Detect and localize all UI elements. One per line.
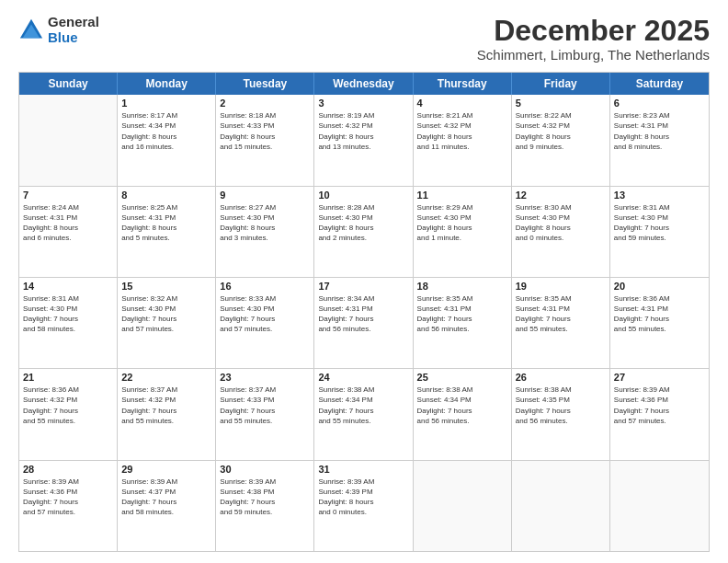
calendar-header-cell: Sunday	[19, 73, 118, 95]
day-number: 17	[318, 281, 408, 292]
calendar-cell: 29Sunrise: 8:39 AMSunset: 4:37 PMDayligh…	[118, 461, 216, 551]
calendar-header-cell: Thursday	[414, 73, 512, 95]
day-number: 10	[318, 190, 408, 201]
day-info: Sunrise: 8:36 AMSunset: 4:31 PMDaylight:…	[614, 293, 705, 335]
calendar-cell: 7Sunrise: 8:24 AMSunset: 4:31 PMDaylight…	[19, 187, 118, 277]
day-number: 30	[220, 464, 310, 475]
day-info: Sunrise: 8:27 AMSunset: 4:30 PMDaylight:…	[220, 202, 310, 244]
logo-text: General Blue	[48, 15, 99, 45]
calendar-cell: 11Sunrise: 8:29 AMSunset: 4:30 PMDayligh…	[414, 187, 512, 277]
day-number: 4	[417, 98, 507, 109]
calendar-cell	[512, 461, 610, 551]
calendar-cell: 14Sunrise: 8:31 AMSunset: 4:30 PMDayligh…	[19, 278, 118, 368]
day-info: Sunrise: 8:39 AMSunset: 4:37 PMDaylight:…	[121, 477, 211, 518]
day-info: Sunrise: 8:38 AMSunset: 4:35 PMDaylight:…	[516, 385, 606, 426]
calendar-cell: 12Sunrise: 8:30 AMSunset: 4:30 PMDayligh…	[512, 187, 610, 277]
day-number: 12	[516, 190, 606, 201]
day-number: 23	[220, 372, 310, 383]
calendar-cell	[19, 95, 118, 185]
calendar-week: 7Sunrise: 8:24 AMSunset: 4:31 PMDaylight…	[19, 187, 709, 278]
calendar-header-cell: Monday	[118, 73, 216, 95]
day-info: Sunrise: 8:39 AMSunset: 4:36 PMDaylight:…	[23, 477, 113, 518]
day-info: Sunrise: 8:35 AMSunset: 4:31 PMDaylight:…	[516, 293, 606, 335]
page: General Blue December 2025 Schimmert, Li…	[0, 0, 728, 563]
day-number: 25	[417, 372, 507, 383]
day-info: Sunrise: 8:36 AMSunset: 4:32 PMDaylight:…	[23, 385, 113, 426]
day-info: Sunrise: 8:19 AMSunset: 4:32 PMDaylight:…	[318, 110, 408, 152]
calendar-week: 14Sunrise: 8:31 AMSunset: 4:30 PMDayligh…	[19, 278, 709, 369]
calendar-cell: 8Sunrise: 8:25 AMSunset: 4:31 PMDaylight…	[118, 187, 216, 277]
calendar-header-cell: Wednesday	[314, 73, 413, 95]
logo: General Blue	[18, 15, 99, 45]
calendar-header-cell: Friday	[512, 73, 610, 95]
title-block: December 2025 Schimmert, Limburg, The Ne…	[477, 15, 710, 63]
day-info: Sunrise: 8:31 AMSunset: 4:30 PMDaylight:…	[23, 293, 113, 335]
calendar-cell: 24Sunrise: 8:38 AMSunset: 4:34 PMDayligh…	[314, 369, 413, 459]
day-info: Sunrise: 8:33 AMSunset: 4:30 PMDaylight:…	[220, 293, 310, 335]
day-number: 20	[614, 281, 705, 292]
day-info: Sunrise: 8:32 AMSunset: 4:30 PMDaylight:…	[121, 293, 211, 335]
calendar-cell: 17Sunrise: 8:34 AMSunset: 4:31 PMDayligh…	[314, 278, 413, 368]
main-title: December 2025	[477, 15, 710, 47]
logo-icon	[18, 17, 44, 43]
day-number: 6	[614, 98, 705, 109]
day-number: 27	[614, 372, 705, 383]
calendar-cell	[414, 461, 512, 551]
calendar-cell: 22Sunrise: 8:37 AMSunset: 4:32 PMDayligh…	[118, 369, 216, 459]
day-number: 3	[318, 98, 408, 109]
day-number: 24	[318, 372, 408, 383]
day-info: Sunrise: 8:21 AMSunset: 4:32 PMDaylight:…	[417, 110, 507, 152]
day-number: 11	[417, 190, 507, 201]
day-number: 22	[121, 372, 211, 383]
day-info: Sunrise: 8:39 AMSunset: 4:36 PMDaylight:…	[614, 385, 705, 426]
day-info: Sunrise: 8:17 AMSunset: 4:34 PMDaylight:…	[121, 110, 211, 152]
logo-general: General	[48, 15, 99, 30]
calendar-cell: 2Sunrise: 8:18 AMSunset: 4:33 PMDaylight…	[216, 95, 314, 185]
calendar-cell: 26Sunrise: 8:38 AMSunset: 4:35 PMDayligh…	[512, 369, 610, 459]
day-number: 19	[516, 281, 606, 292]
calendar: SundayMondayTuesdayWednesdayThursdayFrid…	[18, 72, 710, 552]
calendar-cell: 6Sunrise: 8:23 AMSunset: 4:31 PMDaylight…	[610, 95, 709, 185]
day-number: 2	[220, 98, 310, 109]
calendar-week: 21Sunrise: 8:36 AMSunset: 4:32 PMDayligh…	[19, 369, 709, 460]
calendar-cell: 1Sunrise: 8:17 AMSunset: 4:34 PMDaylight…	[118, 95, 216, 185]
day-number: 29	[121, 464, 211, 475]
calendar-cell: 31Sunrise: 8:39 AMSunset: 4:39 PMDayligh…	[314, 461, 413, 551]
day-info: Sunrise: 8:23 AMSunset: 4:31 PMDaylight:…	[614, 110, 705, 152]
day-info: Sunrise: 8:18 AMSunset: 4:33 PMDaylight:…	[220, 110, 310, 152]
logo-blue: Blue	[48, 30, 99, 46]
calendar-cell: 19Sunrise: 8:35 AMSunset: 4:31 PMDayligh…	[512, 278, 610, 368]
day-number: 1	[121, 98, 211, 109]
day-info: Sunrise: 8:30 AMSunset: 4:30 PMDaylight:…	[516, 202, 606, 244]
calendar-header-cell: Tuesday	[216, 73, 314, 95]
calendar-cell: 5Sunrise: 8:22 AMSunset: 4:32 PMDaylight…	[512, 95, 610, 185]
day-number: 5	[516, 98, 606, 109]
day-info: Sunrise: 8:37 AMSunset: 4:33 PMDaylight:…	[220, 385, 310, 426]
day-info: Sunrise: 8:38 AMSunset: 4:34 PMDaylight:…	[318, 385, 408, 426]
subtitle: Schimmert, Limburg, The Netherlands	[477, 47, 710, 63]
day-number: 31	[318, 464, 408, 475]
calendar-cell: 30Sunrise: 8:39 AMSunset: 4:38 PMDayligh…	[216, 461, 314, 551]
day-info: Sunrise: 8:28 AMSunset: 4:30 PMDaylight:…	[318, 202, 408, 244]
day-info: Sunrise: 8:31 AMSunset: 4:30 PMDaylight:…	[614, 202, 705, 244]
day-info: Sunrise: 8:29 AMSunset: 4:30 PMDaylight:…	[417, 202, 507, 244]
day-info: Sunrise: 8:39 AMSunset: 4:39 PMDaylight:…	[318, 477, 408, 518]
calendar-cell: 23Sunrise: 8:37 AMSunset: 4:33 PMDayligh…	[216, 369, 314, 459]
calendar-cell: 3Sunrise: 8:19 AMSunset: 4:32 PMDaylight…	[314, 95, 413, 185]
day-number: 21	[23, 372, 113, 383]
calendar-cell: 4Sunrise: 8:21 AMSunset: 4:32 PMDaylight…	[414, 95, 512, 185]
calendar-cell: 25Sunrise: 8:38 AMSunset: 4:34 PMDayligh…	[414, 369, 512, 459]
day-info: Sunrise: 8:39 AMSunset: 4:38 PMDaylight:…	[220, 477, 310, 518]
day-number: 15	[121, 281, 211, 292]
day-info: Sunrise: 8:37 AMSunset: 4:32 PMDaylight:…	[121, 385, 211, 426]
calendar-cell: 13Sunrise: 8:31 AMSunset: 4:30 PMDayligh…	[610, 187, 709, 277]
calendar-cell	[610, 461, 709, 551]
day-info: Sunrise: 8:38 AMSunset: 4:34 PMDaylight:…	[417, 385, 507, 426]
day-number: 16	[220, 281, 310, 292]
day-info: Sunrise: 8:25 AMSunset: 4:31 PMDaylight:…	[121, 202, 211, 244]
header: General Blue December 2025 Schimmert, Li…	[18, 15, 710, 63]
calendar-cell: 18Sunrise: 8:35 AMSunset: 4:31 PMDayligh…	[414, 278, 512, 368]
day-number: 13	[614, 190, 705, 201]
day-number: 9	[220, 190, 310, 201]
day-number: 26	[516, 372, 606, 383]
